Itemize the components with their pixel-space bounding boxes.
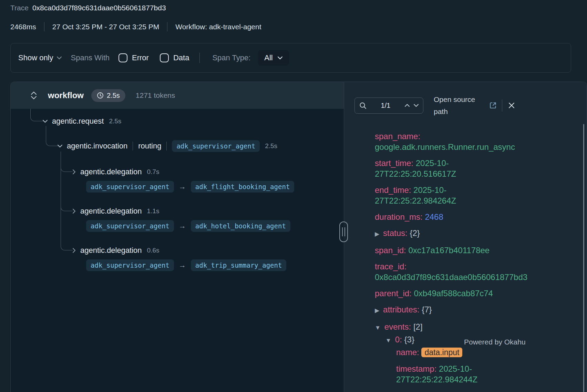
span-row-delegation[interactable]: agentic.delegation 0.7s <box>73 166 159 177</box>
data-label: Data <box>173 53 189 62</box>
expand-collapse-icon[interactable] <box>30 91 37 100</box>
json-field-timestamp: timestamp: 2025-10-27T22:25:22.984244Z <box>375 363 526 385</box>
page-title: Trace 0x8ca0d3d7f89c631daae0b56061877bd3 <box>10 4 166 12</box>
open-source-path-link[interactable]: Open source path <box>434 93 486 117</box>
json-key: status: <box>383 228 408 238</box>
span-name-label: agentic.delegation <box>80 246 142 255</box>
trace-duration: 2468ms <box>10 23 36 31</box>
span-name-label: agentic.invocation <box>67 142 127 151</box>
workflow-duration-pill: 2.5s <box>91 89 125 102</box>
json-field-start_time: start_time: 2025-10-27T22:25:20.516617Z <box>375 158 526 179</box>
span-type-label: Span Type: <box>212 53 250 62</box>
span-row-invocation[interactable]: agentic.invocation routing adk_superviso… <box>58 141 277 152</box>
json-value: {3} <box>404 335 414 344</box>
agent-badge[interactable]: adk_supervisor_agent <box>172 140 260 152</box>
detail-search-box[interactable]: 1/1 <box>354 97 423 114</box>
agent-badge-from[interactable]: adk_supervisor_agent <box>86 220 174 232</box>
json-field-events[interactable]: ▼events: [2] <box>375 321 526 333</box>
delegation-agents-row: adk_supervisor_agent → adk_trip_summary_… <box>86 260 286 271</box>
collapse-arrow-icon[interactable]: ▼ <box>385 337 391 344</box>
json-field-trace_id: trace_id: 0x8ca0d3d7f89c631daae0b5606187… <box>375 261 526 282</box>
divider <box>44 22 44 31</box>
external-link-icon[interactable] <box>489 101 497 110</box>
span-name-label: agentic.delegation <box>80 207 142 216</box>
span-duration: 2.5s <box>265 142 277 150</box>
span-tree-pane: workflow 2.5s 1271 tokens agentic.reques… <box>11 82 344 392</box>
expand-arrow-icon[interactable]: ▶ <box>375 231 379 237</box>
chevron-up-icon[interactable] <box>405 104 410 107</box>
pane-resize-handle[interactable] <box>339 221 348 242</box>
divider <box>199 53 200 63</box>
trace-label: Trace <box>10 4 29 12</box>
trace-meta-row: 2468ms 27 Oct 3:25 PM - 27 Oct 3:25 PM W… <box>10 22 261 31</box>
collapse-arrow-icon[interactable]: ▼ <box>375 324 381 331</box>
span-row-request[interactable]: agentic.request 2.5s <box>43 116 121 127</box>
workflow-header: workflow 2.5s 1271 tokens <box>11 82 344 109</box>
json-key: start_time: <box>375 158 413 168</box>
span-duration: 0.6s <box>147 247 159 254</box>
json-value: google.adk.runners.Runner.run_async <box>375 142 515 152</box>
agent-badge-from[interactable]: adk_supervisor_agent <box>86 181 174 193</box>
agent-badge-from[interactable]: adk_supervisor_agent <box>86 259 174 271</box>
json-field-span_name: span_name: google.adk.runners.Runner.run… <box>375 131 526 152</box>
tree-connector <box>30 109 44 121</box>
tree-connector <box>61 203 73 211</box>
show-only-dropdown[interactable]: Show only <box>18 53 62 62</box>
delegation-agents-row: adk_supervisor_agent → adk_hotel_booking… <box>86 220 290 231</box>
arrow-right-icon: → <box>179 222 186 230</box>
span-tag-routing: routing <box>138 142 161 151</box>
data-checkbox[interactable] <box>160 53 169 62</box>
json-field-status[interactable]: ▶status: {2} <box>375 228 526 239</box>
expand-arrow-icon[interactable]: ▶ <box>375 307 379 314</box>
span-row-delegation[interactable]: agentic.delegation 0.6s <box>73 245 159 256</box>
error-checkbox[interactable] <box>119 53 127 62</box>
chevron-right-icon[interactable] <box>73 248 76 253</box>
scrollbar[interactable] <box>583 124 584 392</box>
json-key: trace_id: <box>375 262 406 271</box>
detail-header: 1/1 Open source path <box>354 93 515 117</box>
span-tree: agentic.request 2.5s agentic.invocation … <box>11 109 344 392</box>
chevron-right-icon[interactable] <box>73 169 76 174</box>
clock-icon <box>97 92 104 99</box>
json-value: [2] <box>413 322 423 331</box>
trace-id-value: 0x8ca0d3d7f89c631daae0b56061877bd3 <box>32 4 166 12</box>
json-value: data.input <box>421 348 462 357</box>
json-key: name: <box>396 348 419 357</box>
chevron-down-icon[interactable] <box>58 145 62 148</box>
json-field-attributes[interactable]: ▶attributes: {7} <box>375 304 526 316</box>
span-name-label: agentic.request <box>52 117 104 126</box>
search-icon <box>359 102 367 109</box>
workflow-name: Workflow: adk-travel-agent <box>175 23 261 31</box>
agent-badge-to[interactable]: adk_hotel_booking_agent <box>191 220 290 232</box>
json-value: 0xc17a167b401178ee <box>408 246 490 255</box>
search-match-count: 1/1 <box>367 102 405 110</box>
chevron-down-icon[interactable] <box>43 120 48 123</box>
json-key: attributes: <box>383 305 419 314</box>
span-row-delegation[interactable]: agentic.delegation 1.1s <box>73 206 159 217</box>
json-key: end_time: <box>375 185 411 195</box>
error-filter: Error <box>119 53 149 62</box>
json-field-end_time: end_time: 2025-10-27T22:25:22.984264Z <box>375 185 526 206</box>
chevron-right-icon[interactable] <box>73 209 76 214</box>
close-icon[interactable] <box>508 102 515 109</box>
tree-connector <box>61 242 73 250</box>
show-only-label: Show only <box>18 53 53 62</box>
spans-with-label: Spans With <box>71 53 110 62</box>
span-name-label: agentic.delegation <box>80 167 142 176</box>
filter-bar: Show only Spans With Error Data Span Typ… <box>10 43 571 73</box>
span-duration: 2.5s <box>109 117 121 125</box>
divider <box>502 100 502 112</box>
json-value: 2468 <box>425 212 443 221</box>
span-duration: 0.7s <box>147 168 159 176</box>
span-type-select[interactable]: All <box>258 50 289 65</box>
agent-badge-to[interactable]: adk_trip_summary_agent <box>191 259 287 271</box>
json-key: events: <box>384 322 411 331</box>
chevron-down-icon[interactable] <box>414 104 419 107</box>
json-key: timestamp: <box>396 364 436 373</box>
json-field-name: name: data.input <box>375 347 526 358</box>
arrow-right-icon: → <box>179 183 186 191</box>
agent-badge-to[interactable]: adk_flight_booking_agent <box>191 181 295 193</box>
workflow-title: workflow <box>48 91 84 100</box>
workflow-duration: 2.5s <box>107 92 120 100</box>
delegation-agents-row: adk_supervisor_agent → adk_flight_bookin… <box>86 181 294 192</box>
